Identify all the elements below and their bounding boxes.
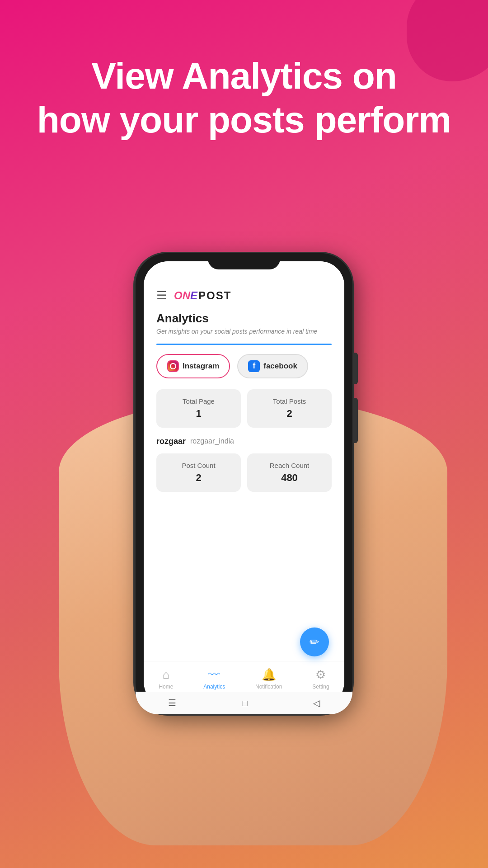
platform-tabs: Instagram f facebook [144,345,344,383]
hero-section: View Analytics on how your posts perform [0,54,488,142]
facebook-icon: f [248,360,260,372]
android-home-icon[interactable]: □ [242,698,247,708]
home-icon: ⌂ [163,668,170,682]
total-page-value: 1 [196,408,201,420]
total-posts-label: Total Posts [273,397,306,405]
phone-notch [208,253,280,269]
analytics-title: Analytics [156,311,332,326]
tab-instagram[interactable]: Instagram [156,354,230,378]
facebook-label: facebook [263,362,297,371]
phone-screen: ☰ ONE POST Analytics Get insights on you… [144,261,344,706]
reach-count-label: Reach Count [270,462,310,469]
total-posts-value: 2 [286,408,292,420]
stat-card-post-count: Post Count 2 [156,453,241,492]
instagram-label: Instagram [183,362,219,371]
logo-post: POST [198,289,231,302]
nav-setting[interactable]: ⚙ Setting [312,668,329,690]
post-count-label: Post Count [182,462,215,469]
setting-icon: ⚙ [315,668,326,682]
nav-notification[interactable]: 🔔 Notification [255,668,282,690]
account-name: rozgaar [156,437,186,446]
nav-home[interactable]: ⌂ Home [159,668,173,690]
account-name-row: rozgaar rozgaar_india [144,434,344,447]
stat-card-total-posts: Total Posts 2 [247,389,332,428]
account-handle: rozgaar_india [190,437,234,445]
logo-one: ONE [174,289,197,302]
analytics-subtitle: Get insights on your social posts perfor… [156,327,332,336]
notification-icon: 🔔 [262,668,276,682]
stat-card-total-page: Total Page 1 [156,389,241,428]
nav-analytics[interactable]: 〰 Analytics [203,668,225,690]
fab-button[interactable]: ✏ [300,627,329,656]
android-back-icon[interactable]: ◁ [313,698,320,708]
hero-line2: how your posts perform [37,99,451,140]
stat-card-reach-count: Reach Count 480 [247,453,332,492]
nav-notification-label: Notification [255,684,282,690]
tab-facebook[interactable]: f facebook [237,354,308,378]
stats-grid: Total Page 1 Total Posts 2 [144,383,344,434]
hamburger-icon[interactable]: ☰ [156,288,167,302]
total-page-label: Total Page [183,397,215,405]
nav-analytics-label: Analytics [203,684,225,690]
nav-setting-label: Setting [312,684,329,690]
fab-edit-icon: ✏ [310,635,319,649]
detail-stats-grid: Post Count 2 Reach Count 480 [144,447,344,498]
analytics-nav-icon: 〰 [208,668,220,682]
nav-home-label: Home [159,684,173,690]
android-nav-bar: ☰ □ ◁ [136,692,352,714]
app-logo: ONE POST [174,289,231,302]
instagram-icon [167,360,179,372]
phone-mockup: ☰ ONE POST Analytics Get insights on you… [86,253,402,832]
screen-content: ☰ ONE POST Analytics Get insights on you… [144,261,344,706]
analytics-header: Analytics Get insights on your social po… [144,307,344,339]
hero-line1: View Analytics on [91,55,397,96]
post-count-value: 2 [196,472,201,484]
android-menu-icon[interactable]: ☰ [168,698,176,708]
phone-frame: ☰ ONE POST Analytics Get insights on you… [136,253,352,714]
reach-count-value: 480 [281,472,298,484]
top-bar: ☰ ONE POST [144,281,344,307]
